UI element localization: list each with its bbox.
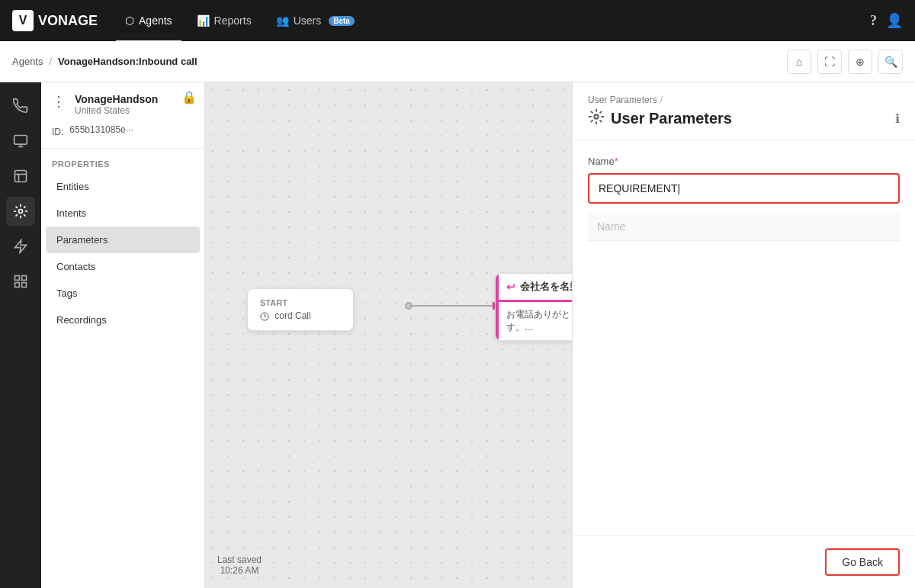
agent-id-label: ID: xyxy=(52,127,63,137)
canvas-area[interactable]: START cord Call ↩ 会社名を名乗る お電話ありがとうございます。… xyxy=(205,82,572,588)
svg-rect-1 xyxy=(15,171,27,182)
prop-recordings[interactable]: Recordings xyxy=(46,307,200,333)
breadcrumb-parent[interactable]: Agents xyxy=(12,56,43,67)
prop-intents[interactable]: Intents xyxy=(46,200,200,227)
sidebar-contacts-icon[interactable] xyxy=(6,127,35,156)
top-navigation: V VONAGE ⬡ Agents 📊 Reports 👥 Users Beta… xyxy=(0,0,915,41)
node-accent-bar xyxy=(496,274,499,340)
breadcrumb-sep: / xyxy=(49,56,52,67)
rp-name-label: Name* xyxy=(588,156,900,167)
nav-reports[interactable]: 📊 Reports xyxy=(188,10,261,31)
last-saved-time: 10:26 AM xyxy=(217,565,262,576)
reports-icon: 📊 xyxy=(197,14,210,27)
sidebar-grid-icon[interactable] xyxy=(6,267,35,296)
expand-button[interactable]: ⛶ xyxy=(817,50,842,74)
sidebar-phone-icon[interactable] xyxy=(6,92,35,120)
breadcrumb-bar: Agents / VonageHandson:Inbound call ⌂ ⛶ … xyxy=(0,41,915,82)
crosshair-button[interactable]: ⊕ xyxy=(848,50,872,74)
logo-text: VONAGE xyxy=(38,13,98,29)
start-node-sub: cord Call xyxy=(260,310,341,321)
svg-point-4 xyxy=(19,210,23,214)
properties-label: PROPERTIES xyxy=(41,149,204,173)
rp-breadcrumb: User Parameters / xyxy=(588,95,900,105)
main-layout: 🔒 ⋮ VonageHandson United States ID: 655b… xyxy=(0,82,915,588)
rp-body: Name* Name xyxy=(573,140,915,535)
rp-title-row: User Parameters ℹ xyxy=(588,108,900,140)
vonage-logo[interactable]: V VONAGE xyxy=(12,10,98,31)
sidebar-agent-icon[interactable] xyxy=(6,197,35,226)
properties-panel: 🔒 ⋮ VonageHandson United States ID: 655b… xyxy=(41,82,205,588)
prop-contacts[interactable]: Contacts xyxy=(46,253,200,280)
prop-tags[interactable]: Tags xyxy=(46,280,200,307)
agent-country: United States xyxy=(75,105,158,116)
left-sidebar xyxy=(0,82,41,588)
right-panel-header: User Parameters / User Parameters ℹ xyxy=(573,82,915,140)
rp-footer: Go Back xyxy=(573,535,915,588)
svg-rect-7 xyxy=(22,276,27,281)
agent-card: 🔒 ⋮ VonageHandson United States ID: 655b… xyxy=(41,82,204,149)
prop-entities[interactable]: Entities xyxy=(46,173,200,200)
chat-node-title: 会社名を名乗る xyxy=(520,280,572,294)
go-back-button[interactable]: Go Back xyxy=(825,548,900,576)
rp-breadcrumb-sep: / xyxy=(660,95,663,105)
svg-point-11 xyxy=(594,114,599,119)
start-node[interactable]: START cord Call xyxy=(247,288,354,331)
zoom-button[interactable]: 🔍 xyxy=(878,50,903,74)
rp-title-icon xyxy=(588,108,605,129)
home-button[interactable]: ⌂ xyxy=(787,50,811,74)
svg-rect-6 xyxy=(15,276,20,281)
topnav-actions: ? 👤 xyxy=(870,12,903,29)
breadcrumb-current: VonageHandson:Inbound call xyxy=(58,56,197,67)
canvas-footer: Last saved 10:26 AM xyxy=(217,554,262,576)
svg-rect-8 xyxy=(15,283,20,288)
svg-rect-9 xyxy=(22,283,27,288)
agent-more-options[interactable]: ⋮ xyxy=(52,93,66,110)
svg-marker-5 xyxy=(15,240,27,253)
sidebar-layout-icon[interactable] xyxy=(6,162,35,191)
prop-parameters[interactable]: Parameters xyxy=(46,227,200,253)
chat-node[interactable]: ↩ 会社名を名乗る お電話ありがとうございます。… xyxy=(495,273,572,341)
rp-info-icon[interactable]: ℹ xyxy=(895,111,900,126)
svg-rect-0 xyxy=(14,136,27,145)
chat-icon: ↩ xyxy=(506,281,515,293)
logo-mark: V xyxy=(12,10,34,31)
chat-node-body: お電話ありがとうございます。… xyxy=(496,302,572,340)
help-icon[interactable]: ? xyxy=(870,13,877,29)
connector-line xyxy=(409,305,495,307)
nav-users[interactable]: 👥 Users Beta xyxy=(267,10,364,31)
lock-icon[interactable]: 🔒 xyxy=(181,90,197,104)
rp-title: User Parameters xyxy=(611,110,732,127)
agent-id-value: 655b131085e··· xyxy=(69,124,133,135)
name-placeholder: Name xyxy=(588,213,900,241)
nav-agents[interactable]: ⬡ Agents xyxy=(116,10,181,31)
name-input[interactable] xyxy=(588,173,900,204)
beta-badge: Beta xyxy=(329,16,355,26)
start-node-title: START xyxy=(260,298,341,307)
sidebar-lightning-icon[interactable] xyxy=(6,232,35,261)
agents-label: Agents xyxy=(139,14,172,27)
properties-list: Entities Intents Parameters Contacts Tag… xyxy=(41,173,204,333)
right-panel: User Parameters / User Parameters ℹ Name… xyxy=(572,82,915,588)
users-label: Users xyxy=(294,14,322,27)
rp-breadcrumb-parent: User Parameters xyxy=(588,95,657,105)
user-avatar-icon[interactable]: 👤 xyxy=(886,12,903,29)
canvas-toolbar: ⌂ ⛶ ⊕ 🔍 xyxy=(787,50,903,74)
agent-name: VonageHandson xyxy=(75,93,158,105)
users-icon: 👥 xyxy=(276,14,289,27)
last-saved-label: Last saved xyxy=(217,554,262,565)
reports-label: Reports xyxy=(214,14,252,27)
agents-icon: ⬡ xyxy=(125,14,134,27)
